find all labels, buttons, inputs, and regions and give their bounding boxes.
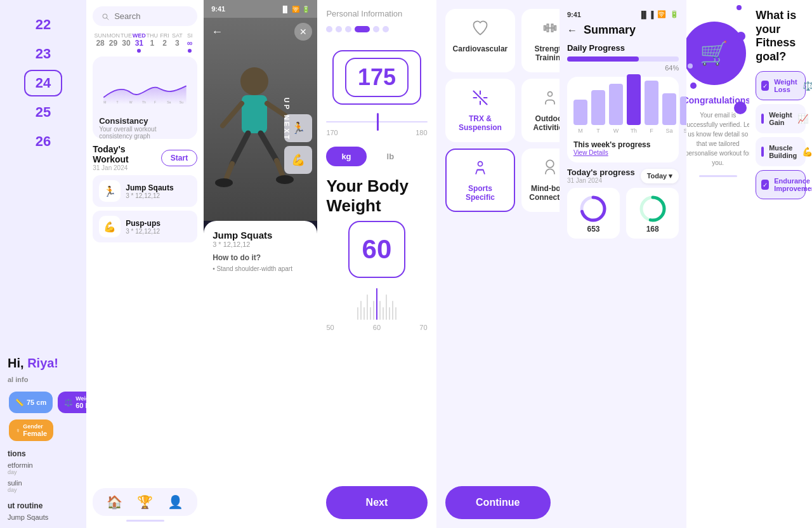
next-button-weight[interactable]: Next [326, 486, 427, 519]
congrats-trophy-icon: 🛒 [700, 40, 728, 67]
personal-info-label: al info [8, 376, 28, 383]
today-progress-date: 31 Jan 2024 [567, 177, 635, 184]
svg-point-17 [215, 178, 233, 187]
goal-weight-gain[interactable]: Weight Gain 📈 [756, 104, 806, 133]
tick-9 [383, 307, 384, 320]
thumbnail-2[interactable]: 💪 [284, 146, 312, 174]
video-back-button[interactable]: ← [211, 25, 223, 39]
outdoor-label: Outdoor Activities [529, 114, 560, 132]
week-day-sat[interactable]: SAT 3 [171, 32, 183, 53]
svg-rect-10 [242, 95, 267, 133]
search-icon [102, 12, 109, 21]
svg-line-1 [107, 18, 108, 20]
summary-status-time: 9:41 [567, 11, 581, 18]
checkbox-endurance: ✓ [761, 180, 769, 190]
goal-muscle-building[interactable]: Muscle Building 💪 [756, 137, 806, 166]
progress-bar-bg [567, 56, 679, 62]
exercise-pushups[interactable]: 💪 Pusp-ups 3 * 12,12,12 [93, 211, 197, 242]
summary-signal-icon: ▐▌▐ [639, 11, 653, 18]
week-day-tue[interactable]: TUE 30 [120, 32, 133, 53]
dial-max: 70 [419, 324, 427, 331]
med-1: etformin day [8, 459, 86, 477]
nav-profile-icon[interactable]: 👤 [167, 494, 183, 510]
view-details-link[interactable]: View Details [573, 149, 651, 156]
svg-point-20 [478, 162, 482, 166]
nav-trophy-icon[interactable]: 🏆 [137, 494, 153, 510]
today-workout-title: Today's Workout [93, 144, 161, 164]
search-input[interactable] [114, 11, 188, 21]
dial-mid: 60 [373, 324, 381, 331]
bar-thu-fill [627, 74, 641, 125]
progress-bar-fill [567, 56, 639, 62]
unit-lb-button[interactable]: lb [372, 147, 410, 166]
svg-point-19 [548, 92, 553, 96]
search-bar[interactable] [93, 6, 197, 26]
exercise-jump-squats[interactable]: 🏃 Jump Sqauts 3 * 12,12,12 [93, 175, 197, 207]
week-day-fri[interactable]: FRI 2 [159, 32, 171, 53]
svg-line-15 [226, 164, 232, 180]
slider-thumb[interactable] [377, 113, 379, 131]
week-day-si: SI ∞ [183, 32, 196, 53]
dot-2 [336, 26, 342, 32]
nav-home-icon[interactable]: 🏠 [107, 494, 122, 510]
fitness-strength[interactable]: Strength Training [521, 9, 560, 72]
ring-card-1: 653 [567, 188, 620, 239]
fitness-mindbody[interactable]: Mind-body Connection [521, 148, 560, 212]
continue-button[interactable]: Continue [445, 486, 551, 519]
bar-thu-label: Th [631, 128, 638, 134]
congrats-text: Your email is successfully verified. Let… [686, 110, 749, 168]
cal-date-23[interactable]: 23 [24, 41, 62, 67]
exercise-name-squats: Jump Sqauts [126, 183, 173, 192]
fitness-goal-title: What is your Fitness goal? [756, 9, 806, 63]
fitness-sports[interactable]: Sports Specific [445, 148, 516, 212]
congrats-container: 🛒 Congratulations! Your email is success… [686, 22, 749, 168]
exercise-icon-pushups: 💪 [99, 216, 121, 237]
battery-icon: 🔋 [302, 6, 310, 13]
week-day-mon[interactable]: MON 29 [107, 32, 120, 53]
week-day-thu[interactable]: THU 1 [146, 32, 159, 53]
signal-icon: ▐▌ [280, 6, 289, 13]
bar-sat: Sa [662, 93, 676, 134]
unit-kg-button[interactable]: kg [326, 147, 366, 166]
hi-name: Hi, Riya! [8, 356, 58, 371]
goal-endurance-label: Endurance Improvement [774, 177, 812, 192]
start-button[interactable]: Start [161, 150, 197, 166]
svg-line-13 [232, 133, 248, 164]
bar-wed: W [609, 84, 623, 134]
tick-main [376, 288, 377, 320]
wifi-icon: 🛜 [292, 6, 299, 13]
tick-13 [395, 307, 396, 320]
cal-date-26[interactable]: 26 [24, 128, 62, 155]
weight-badge: ⚖️ Weight 60 kg [58, 392, 86, 413]
chart-title: Consistancy [99, 116, 191, 126]
week-day-wed[interactable]: WED 31 [133, 32, 146, 53]
status-bar: 9:41 ▐▌▐ 🛜 🔋 [567, 8, 679, 23]
panel-summary: 9:41 ▐▌▐ 🛜 🔋 ← Summary Daily Progress 64… [560, 0, 686, 528]
tick-12 [392, 301, 393, 320]
bar-fri-fill [645, 81, 658, 125]
fitness-outdoor[interactable]: Outdoor Activities [521, 79, 560, 142]
exercise-sets-squats: 3 * 12,12,12 [126, 192, 173, 199]
fitness-cardiovascular[interactable]: Cardiovascular [445, 9, 516, 72]
goal-weight-loss[interactable]: ✓ Weight Loss ⚖️ [756, 71, 806, 100]
cal-date-25[interactable]: 25 [24, 99, 62, 126]
panel-body-weight: Personal Information 174 175 176 170 180… [317, 0, 436, 528]
strength-label: Strength Training [529, 44, 560, 62]
week-day-sun[interactable]: SUN 28 [94, 32, 107, 53]
summary-header: ← Summary [567, 23, 679, 37]
tick-4 [367, 294, 368, 320]
today-dropdown-button[interactable]: Today ▾ [641, 169, 679, 183]
exercise-name-pushups: Pusp-ups [126, 219, 160, 228]
cal-date-24[interactable]: 24 [24, 70, 62, 96]
weight-dial [326, 282, 427, 320]
up-next-label: UP NEXT [283, 98, 291, 141]
fitness-trx[interactable]: TRX & Suspension [445, 79, 516, 142]
exercise-sets-pushups: 3 * 12,12,12 [126, 228, 160, 235]
mindbody-icon [541, 159, 559, 180]
goal-endurance[interactable]: ✓ Endurance Improvement 🏃 [756, 170, 806, 199]
gender-badge: ♀ Gender Female [9, 419, 53, 441]
summary-back-button[interactable]: ← [567, 25, 577, 36]
svg-text:Th: Th [142, 100, 146, 104]
cal-date-22[interactable]: 22 [24, 11, 62, 38]
tick-11 [389, 307, 390, 320]
